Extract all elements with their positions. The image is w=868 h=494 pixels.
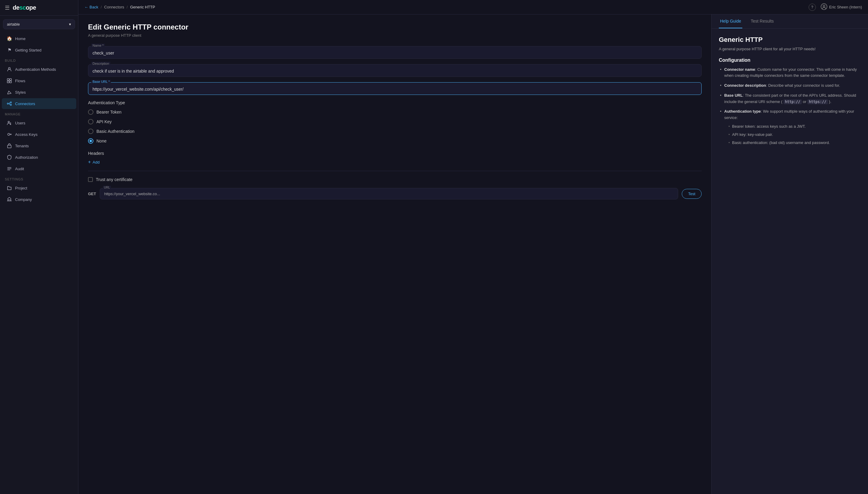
help-sub-list: Bearer token: access keys such as a JWT.…	[724, 124, 861, 146]
svg-rect-11	[8, 200, 9, 200]
user-name: Eric Sheen (Intern)	[829, 5, 862, 10]
hamburger-icon[interactable]: ☰	[5, 4, 10, 11]
test-row: GET URL https://your_vercel_website.co..…	[88, 188, 702, 200]
sidebar-item-audit[interactable]: Audit	[2, 163, 76, 174]
breadcrumb-current: Generic HTTP	[130, 5, 155, 10]
sidebar-item-access-keys[interactable]: Access Keys	[2, 129, 76, 140]
base-url-input[interactable]	[93, 86, 697, 92]
code-https: https://	[808, 99, 828, 104]
settings-section-label: Settings	[0, 174, 78, 182]
svg-rect-10	[7, 145, 11, 148]
tenants-icon	[7, 143, 12, 149]
name-field-wrapper: Name *	[88, 46, 702, 59]
sidebar-item-connectors[interactable]: Connectors	[2, 98, 76, 109]
radio-circle-api-key	[88, 119, 93, 125]
radio-label-bearer: Bearer Token	[96, 110, 122, 114]
help-panel: Help Guide Test Results Generic HTTP A g…	[711, 15, 868, 494]
breadcrumb: ← Back / Connectors / Generic HTTP	[85, 5, 155, 10]
help-term-connector-desc: Connector description	[724, 83, 766, 88]
breadcrumb-separator-2: /	[127, 5, 128, 10]
sidebar-item-home[interactable]: 🏠 Home	[2, 33, 76, 44]
radio-basic-auth[interactable]: Basic Authentication	[88, 129, 702, 134]
help-section-title: Configuration	[719, 58, 861, 63]
sidebar-item-label: Audit	[15, 167, 24, 171]
divider	[88, 171, 702, 171]
breadcrumb-separator: /	[101, 5, 102, 10]
svg-rect-3	[7, 81, 9, 83]
code-http: http://	[783, 99, 802, 104]
sidebar-item-users[interactable]: Users	[2, 117, 76, 128]
description-input[interactable]	[93, 68, 697, 74]
user-avatar-icon	[821, 3, 827, 11]
back-button[interactable]: ← Back	[85, 5, 98, 10]
description-field-label: Description	[91, 62, 110, 65]
chevron-down-icon: ▾	[69, 22, 71, 26]
logo: descope	[13, 4, 36, 11]
trust-cert-row[interactable]: Trust any certificate	[88, 177, 702, 182]
breadcrumb-connectors[interactable]: Connectors	[104, 5, 124, 10]
sidebar-item-label: Company	[15, 197, 32, 202]
sidebar-item-auth-methods[interactable]: Authentication Methods	[2, 64, 76, 75]
test-button[interactable]: Test	[682, 189, 702, 199]
sidebar-item-company[interactable]: Company	[2, 194, 76, 205]
logo-text: descope	[13, 4, 36, 11]
tab-help-guide[interactable]: Help Guide	[719, 15, 742, 28]
help-term-auth-type: Authentication type	[724, 109, 761, 114]
radio-label-api-key: API Key	[96, 119, 112, 124]
sidebar-item-label: Authorization	[15, 155, 38, 160]
http-method-badge: GET	[88, 192, 96, 196]
help-icon[interactable]: ?	[809, 4, 816, 11]
sidebar-item-authorization[interactable]: Authorization	[2, 152, 76, 163]
help-tabs: Help Guide Test Results	[712, 15, 868, 28]
tab-test-results[interactable]: Test Results	[750, 15, 775, 28]
help-content: Generic HTTP A general purpose HTTP clie…	[712, 28, 868, 157]
radio-label-none: None	[96, 138, 106, 144]
trust-cert-checkbox[interactable]	[88, 177, 93, 182]
auth-type-group: Authentication Type Bearer Token API Key…	[88, 100, 702, 144]
sidebar-item-label: Styles	[15, 90, 25, 95]
base-url-field-wrapper: Base URL *	[88, 82, 702, 95]
sidebar-item-styles[interactable]: Styles	[2, 87, 76, 98]
styles-icon	[7, 90, 12, 95]
topbar: ← Back / Connectors / Generic HTTP ? Eri…	[78, 0, 868, 15]
workspace-selector[interactable]: airtable ▾	[3, 19, 75, 29]
workspace-name: airtable	[7, 22, 20, 26]
svg-rect-2	[10, 79, 12, 80]
help-title: Generic HTTP	[719, 36, 861, 44]
page-subtitle: A general purpose HTTP client	[88, 33, 702, 38]
add-header-button[interactable]: + Add	[88, 159, 99, 165]
back-arrow-icon: ←	[85, 5, 88, 10]
base-url-field-label: Base URL *	[91, 80, 111, 83]
authorization-icon	[7, 154, 12, 160]
users-icon	[7, 120, 12, 126]
sidebar-item-tenants[interactable]: Tenants	[2, 140, 76, 151]
page-title: Edit Generic HTTP connector	[88, 23, 702, 31]
base-url-field-group: Base URL *	[88, 82, 702, 95]
svg-point-8	[8, 121, 10, 123]
trust-cert-label: Trust any certificate	[96, 177, 133, 182]
sidebar-item-label: Flows	[15, 79, 25, 83]
sidebar-item-label: Users	[15, 121, 25, 125]
radio-api-key[interactable]: API Key	[88, 119, 702, 125]
content-area: Edit Generic HTTP connector A general pu…	[78, 15, 868, 494]
name-field-label: Name *	[91, 44, 105, 47]
sidebar-item-label: Connectors	[15, 101, 35, 106]
name-input[interactable]	[93, 50, 697, 55]
help-description: A general purpose HTTP client for all yo…	[719, 46, 861, 52]
sidebar-item-flows[interactable]: Flows	[2, 75, 76, 86]
sidebar-item-getting-started[interactable]: ⚑ Getting Started	[2, 44, 76, 55]
getting-started-icon: ⚑	[7, 47, 12, 53]
form-area: Edit Generic HTTP connector A general pu…	[78, 15, 711, 494]
sidebar-header: ☰ descope	[0, 0, 78, 16]
url-field-value: https://your_vercel_website.co...	[104, 192, 160, 196]
manage-section-label: Manage	[0, 109, 78, 117]
auth-type-label: Authentication Type	[88, 100, 702, 105]
user-info[interactable]: Eric Sheen (Intern)	[821, 3, 862, 11]
radio-none[interactable]: None	[88, 138, 702, 144]
radio-bearer-token[interactable]: Bearer Token	[88, 109, 702, 115]
audit-icon	[7, 166, 12, 171]
access-keys-icon	[7, 132, 12, 137]
sidebar-item-project[interactable]: Project	[2, 183, 76, 193]
sidebar-item-label: Access Keys	[15, 132, 37, 137]
headers-title: Headers	[88, 151, 702, 156]
